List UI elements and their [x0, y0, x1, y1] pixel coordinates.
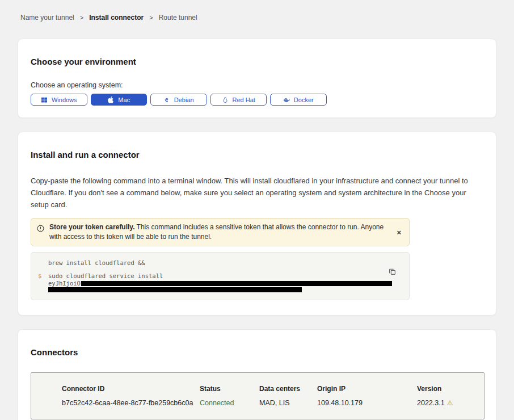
- docker-whale-logo-icon: [283, 96, 290, 103]
- col-header-connector-id: Connector ID: [62, 385, 200, 393]
- os-button-red-hat[interactable]: Red Hat: [210, 94, 267, 106]
- os-button-label: Red Hat: [233, 96, 255, 103]
- os-select-label: Choose an operating system:: [31, 81, 483, 89]
- install-card-title: Install and run a connector: [31, 150, 483, 159]
- redhat-tux-logo-icon: [222, 96, 229, 103]
- col-header-version: Version: [417, 385, 478, 393]
- connectors-card-title: Connectors: [31, 347, 483, 357]
- os-button-label: Mac: [118, 96, 130, 103]
- circled-exclamation-icon: [37, 225, 44, 232]
- windows-logo-icon: [41, 96, 48, 103]
- token-warning-banner: Store your token carefully. This command…: [31, 218, 410, 246]
- connector-id-value: b7c52c42-6caa-48ee-8c77-fbe259cb6c0a: [62, 399, 200, 407]
- col-header-origin-ip: Origin IP: [317, 385, 417, 393]
- breadcrumb-name-your-tunnel[interactable]: Name your tunnel: [20, 14, 74, 22]
- origin-ip-value: 109.48.10.179: [317, 399, 417, 407]
- connectors-table: Connector ID Status Data centers Origin …: [31, 372, 484, 419]
- connectors-card: Connectors Connector ID Status Data cent…: [18, 329, 496, 420]
- breadcrumb-separator: >: [149, 14, 153, 21]
- token-redaction-bar: [81, 281, 392, 286]
- token-warning-bold: Store your token carefully.: [49, 223, 135, 231]
- debian-logo-icon: [163, 96, 170, 103]
- os-button-mac[interactable]: Mac: [91, 94, 148, 106]
- shell-prompt: $: [38, 272, 48, 279]
- status-badge: Connected: [200, 399, 259, 407]
- version-number: 2022.3.1: [417, 399, 445, 407]
- os-button-label: Docker: [294, 96, 314, 103]
- os-button-label: Windows: [52, 96, 77, 103]
- copy-icon[interactable]: [389, 268, 396, 277]
- os-button-label: Debian: [174, 96, 194, 103]
- command-line-1: brew install cloudflared &&: [38, 259, 402, 266]
- os-button-windows[interactable]: Windows: [31, 94, 87, 106]
- data-centers-value: MAD, LIS: [259, 399, 317, 407]
- command-line-2: $ sudo cloudflared service install: [38, 272, 402, 279]
- choose-environment-card: Choose your environment Choose an operat…: [18, 39, 496, 118]
- token-warning-text: Store your token carefully. This command…: [49, 222, 388, 242]
- token-redaction-bar: [48, 287, 302, 292]
- token-line: eyJhIjoiO: [38, 280, 402, 287]
- environment-card-title: Choose your environment: [31, 57, 483, 66]
- terminal-command-block: brew install cloudflared && $ sudo cloud…: [31, 252, 410, 300]
- install-connector-card: Install and run a connector Copy-paste t…: [18, 132, 496, 316]
- install-description: Copy-paste the following command into a …: [31, 175, 483, 211]
- apple-logo-icon: [107, 96, 114, 103]
- os-button-debian[interactable]: Debian: [150, 94, 207, 106]
- os-button-row: Windows Mac Debian Red Hat: [31, 94, 483, 106]
- breadcrumb-install-connector[interactable]: Install connector: [89, 14, 144, 22]
- version-value: 2022.3.1⚠: [417, 399, 478, 407]
- command-line-2-text: sudo cloudflared service install: [48, 272, 163, 279]
- breadcrumb-route-tunnel[interactable]: Route tunnel: [159, 14, 197, 22]
- breadcrumb: Name your tunnel > Install connector > R…: [0, 0, 514, 22]
- col-header-data-centers: Data centers: [259, 385, 317, 393]
- os-button-docker[interactable]: Docker: [270, 94, 327, 106]
- token-prefix: eyJhIjoiO: [48, 280, 81, 287]
- breadcrumb-separator: >: [80, 14, 83, 21]
- close-icon[interactable]: ×: [393, 228, 405, 237]
- col-header-status: Status: [200, 385, 259, 393]
- version-warning-icon: ⚠: [447, 399, 453, 407]
